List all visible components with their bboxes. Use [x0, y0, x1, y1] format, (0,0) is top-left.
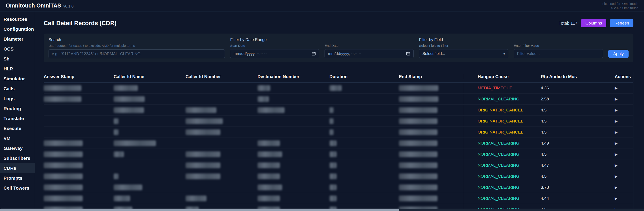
play-button[interactable]: ▶	[615, 185, 618, 190]
mos-value: 4.5	[541, 174, 615, 179]
cell-end-stamp	[399, 140, 463, 146]
main-content: Call Detail Records (CDR) Total: 117 Col…	[35, 12, 644, 211]
cell-end-stamp	[399, 196, 463, 201]
cell-end-stamp	[399, 152, 463, 157]
start-date-input[interactable]: mm/dd/yyyy, --:-- --	[230, 49, 319, 58]
redacted-value	[330, 140, 337, 146]
search-input[interactable]	[48, 50, 225, 58]
end-date-input[interactable]: mm/dd/yyyy, --:-- --	[324, 49, 414, 58]
redacted-value	[114, 196, 130, 201]
start-date-group: Start Date mm/dd/yyyy, --:-- --	[230, 44, 319, 58]
redacted-value	[114, 152, 124, 157]
sidebar-item-cell-towers[interactable]: Cell Towers	[0, 183, 35, 193]
redacted-value	[44, 184, 83, 190]
app-version: v0.1.0	[63, 4, 74, 8]
redacted-value	[44, 152, 83, 157]
cell-destination-number	[258, 85, 330, 91]
table-row: NORMAL_CLEARING 4.47 ▶	[44, 160, 633, 171]
play-button[interactable]: ▶	[615, 196, 618, 201]
table-row: NORMAL_CLEARING 4.5 ▶	[44, 149, 633, 160]
columns-button[interactable]: Columns	[581, 19, 606, 27]
sidebar-item-routing[interactable]: Routing	[0, 104, 35, 114]
redacted-value	[186, 174, 220, 179]
redacted-value	[330, 152, 337, 157]
cell-caller-id-name	[114, 129, 186, 135]
cell-duration	[330, 129, 399, 135]
redacted-value	[114, 174, 118, 179]
sidebar-item-cdrs[interactable]: CDRs	[0, 163, 35, 173]
sidebar-item-logs[interactable]: Logs	[0, 94, 35, 104]
horizontal-scrollbar[interactable]	[0, 208, 644, 211]
play-button[interactable]: ▶	[615, 130, 618, 134]
play-button[interactable]: ▶	[615, 152, 618, 156]
redacted-value	[44, 96, 82, 102]
refresh-button[interactable]: Refresh	[610, 19, 634, 27]
sidebar-item-gateway[interactable]: Gateway	[0, 143, 35, 153]
redacted-value	[186, 107, 216, 113]
play-button[interactable]: ▶	[615, 97, 618, 101]
cell-actions: ▶	[615, 152, 633, 156]
redacted-value	[399, 184, 438, 190]
field-filter-group: Filter by Field Select Field to Filter S…	[419, 38, 628, 58]
hangup-cause: ORIGINATOR_CANCEL	[463, 104, 541, 116]
apply-button[interactable]: Apply	[608, 50, 628, 58]
play-button[interactable]: ▶	[615, 141, 618, 146]
sidebar-item-calls[interactable]: Calls	[0, 84, 35, 94]
sidebar-item-subscribers[interactable]: Subscribers	[0, 153, 35, 163]
play-button[interactable]: ▶	[615, 108, 618, 112]
field-filter-label: Filter by Field	[419, 38, 628, 42]
cell-caller-id-name	[114, 152, 186, 157]
redacted-value	[330, 174, 337, 179]
sidebar-item-ocs[interactable]: OCS	[0, 44, 35, 54]
redacted-value	[114, 96, 145, 102]
scrollbar-thumb[interactable]	[0, 208, 399, 211]
cell-caller-id-name	[114, 96, 186, 102]
redacted-value	[330, 118, 334, 124]
play-button[interactable]: ▶	[615, 119, 618, 124]
search-group: Search Use "quotes" for exact, ! to excl…	[48, 38, 225, 58]
play-button[interactable]: ▶	[615, 174, 618, 178]
licensed-for-text: Licensed for: Omnitouch	[602, 2, 638, 6]
redacted-value	[114, 184, 142, 190]
cell-duration	[330, 184, 399, 190]
cell-answer-stamp	[44, 152, 114, 157]
field-select[interactable]: Select field... ▾	[419, 49, 508, 58]
sidebar-item-simulator[interactable]: Simulator	[0, 74, 35, 84]
filter-value-input[interactable]	[514, 49, 603, 58]
search-label: Search	[48, 38, 225, 42]
sidebar-item-sh[interactable]: Sh	[0, 54, 35, 64]
page-header: Call Detail Records (CDR) Total: 117 Col…	[44, 19, 634, 27]
cell-destination-number	[258, 174, 330, 179]
sidebar-item-configuration[interactable]: Configuration	[0, 24, 35, 34]
cell-destination-number	[258, 162, 330, 168]
redacted-value	[186, 118, 223, 124]
cell-end-stamp	[399, 96, 463, 102]
chevron-down-icon: ▾	[503, 52, 505, 56]
cell-end-stamp	[399, 184, 463, 190]
play-button[interactable]: ▶	[615, 86, 618, 90]
cell-destination-number	[258, 152, 330, 157]
mos-value: 4.49	[541, 141, 615, 146]
sidebar-item-execute[interactable]: Execute	[0, 124, 35, 133]
sidebar-item-prompts[interactable]: Prompts	[0, 173, 35, 183]
cell-duration	[330, 118, 399, 124]
cell-end-stamp	[399, 85, 463, 91]
calendar-icon[interactable]	[312, 52, 316, 56]
sidebar-item-translate[interactable]: Translate	[0, 114, 35, 124]
mos-value: 4.44	[541, 196, 615, 201]
redacted-value	[399, 118, 438, 124]
redacted-value	[186, 152, 220, 157]
sidebar-item-vm[interactable]: VM	[0, 133, 35, 143]
topbar: Omnitouch OmniTAS v0.1.0 Licensed for: O…	[0, 0, 644, 12]
redacted-value	[186, 196, 206, 201]
play-button[interactable]: ▶	[615, 163, 618, 168]
calendar-icon[interactable]	[406, 52, 410, 56]
mos-value: 4.5	[541, 130, 615, 135]
sidebar-item-resources[interactable]: Resources	[0, 14, 35, 24]
cell-duration	[330, 85, 399, 91]
mos-value: 4.36	[541, 86, 615, 90]
hangup-cause: NORMAL_CLEARING	[463, 193, 541, 204]
sidebar-item-hlr[interactable]: HLR	[0, 64, 35, 74]
sidebar-item-diameter[interactable]: Diameter	[0, 34, 35, 44]
cell-answer-stamp	[44, 85, 114, 91]
